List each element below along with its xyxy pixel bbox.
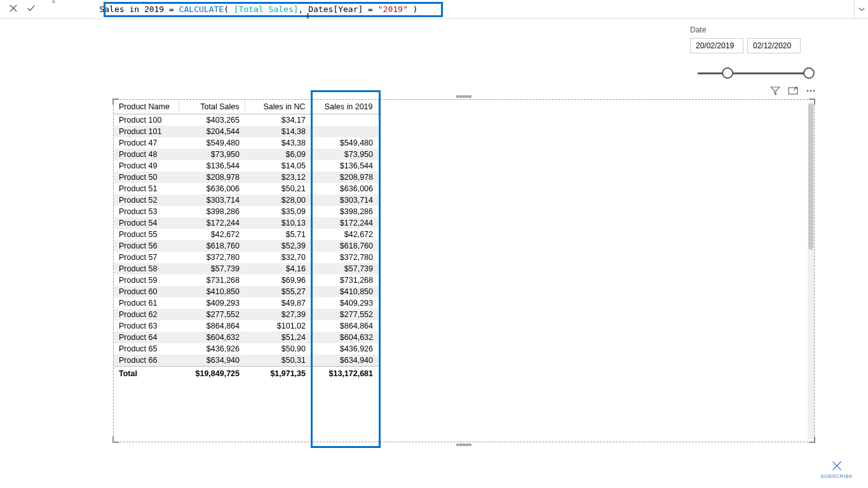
cell-total-sales: $636,006: [179, 183, 245, 194]
cell-sales-nc: $52,39: [245, 240, 311, 252]
cell-sales-nc: $51,24: [245, 332, 311, 343]
table-row[interactable]: Product 50$208,978$23,12$208,978: [114, 172, 378, 183]
svg-point-3: [813, 90, 815, 92]
svg-point-5: [836, 466, 837, 467]
scrollbar-thumb[interactable]: [808, 104, 813, 250]
table-row[interactable]: Product 47$549,480$43,38$549,480: [114, 137, 378, 149]
cell-sales-nc: $50,90: [245, 343, 311, 355]
table-row[interactable]: Product 48$73,950$6,09$73,950: [114, 149, 378, 160]
total-total-sales: $19,849,725: [179, 367, 245, 381]
cell-sales-nc: $49,87: [245, 297, 311, 309]
cell-total-sales: $731,268: [179, 274, 245, 286]
cell-total-sales: $618,760: [179, 240, 245, 252]
chevron-down-icon: [858, 6, 865, 13]
cell-product-name: Product 63: [114, 320, 179, 332]
expand-formula-bar-button[interactable]: [854, 0, 868, 18]
column-header-sales-nc[interactable]: Sales in NC: [245, 100, 311, 114]
table-row[interactable]: Product 57$372,780$32,70$372,780: [114, 252, 378, 263]
slider-thumb-start[interactable]: [722, 67, 733, 79]
resize-handle-top[interactable]: [456, 95, 471, 98]
table-row[interactable]: Product 53$398,286$35,09$398,286: [114, 206, 378, 217]
cell-product-name: Product 61: [114, 297, 179, 309]
table-row[interactable]: Product 49$136,544$14,05$136,544: [114, 160, 378, 172]
cell-product-name: Product 54: [114, 217, 179, 229]
table-row[interactable]: Product 66$634,940$50,31$634,940: [114, 355, 378, 367]
table-row[interactable]: Product 100$403,265$34,17: [114, 114, 378, 126]
table-row[interactable]: Product 101$204,544$14,38: [114, 126, 378, 137]
check-icon: [27, 4, 36, 13]
filter-icon: [770, 86, 780, 96]
cell-product-name: Product 48: [114, 149, 179, 160]
cell-product-name: Product 101: [114, 126, 179, 137]
cell-sales-2019: $864,864: [311, 320, 378, 332]
table-row[interactable]: Product 54$172,244$10,13$172,244: [114, 217, 378, 229]
svg-point-7: [839, 462, 841, 463]
resize-handle-tl[interactable]: [112, 98, 119, 105]
cell-product-name: Product 62: [114, 309, 179, 320]
cell-product-name: Product 64: [114, 332, 179, 343]
cell-sales-2019: $42,672: [311, 229, 378, 240]
cell-sales-nc: $69,96: [245, 274, 311, 286]
subscribe-label: SUBSCRIBE: [820, 473, 853, 479]
cell-sales-2019: $136,544: [311, 160, 378, 172]
date-start-input[interactable]: [690, 38, 743, 53]
cell-total-sales: $42,672: [179, 229, 245, 240]
table-row[interactable]: Product 63$864,864$101,02$864,864: [114, 320, 378, 332]
cell-total-sales: $172,244: [179, 217, 245, 229]
cell-sales-2019: $277,552: [311, 309, 378, 320]
cancel-formula-button[interactable]: [9, 4, 18, 15]
table-visual[interactable]: Product Name Total Sales Sales in NC Sal…: [113, 99, 815, 442]
cell-sales-2019: $604,632: [311, 332, 378, 343]
column-header-sales-2019[interactable]: Sales in 2019: [311, 100, 378, 114]
cell-sales-2019: [311, 126, 378, 137]
svg-point-6: [837, 464, 838, 466]
resize-handle-bl[interactable]: [112, 437, 119, 443]
focus-mode-button[interactable]: [788, 86, 798, 98]
cell-sales-nc: $6,09: [245, 149, 311, 160]
date-end-input[interactable]: [747, 38, 801, 53]
table-scrollbar[interactable]: [808, 102, 814, 439]
table-row[interactable]: Product 59$731,268$69,96$731,268: [114, 274, 378, 286]
date-range-slider[interactable]: [690, 61, 817, 86]
formula-line-number: 1: [51, 0, 56, 4]
filter-icon-button[interactable]: [770, 86, 780, 98]
cell-sales-2019: $73,950: [311, 149, 378, 160]
table-row[interactable]: Product 62$277,552$27,39$277,552: [114, 309, 378, 320]
table-row[interactable]: Product 60$410,850$55,27$410,850: [114, 286, 378, 297]
cell-total-sales: $204,544: [179, 126, 245, 137]
data-table: Product Name Total Sales Sales in NC Sal…: [114, 100, 379, 381]
cell-sales-2019: $372,780: [311, 252, 378, 263]
slider-thumb-end[interactable]: [803, 67, 815, 79]
cell-sales-nc: $43,38: [245, 137, 311, 149]
cell-sales-nc: $50,21: [245, 183, 311, 194]
svg-rect-0: [789, 88, 797, 94]
cell-sales-2019: $409,293: [311, 297, 378, 309]
cell-sales-2019: $634,940: [311, 355, 378, 367]
table-row[interactable]: Product 51$636,006$50,21$636,006: [114, 183, 378, 194]
cell-sales-nc: $4,16: [245, 263, 311, 274]
table-row[interactable]: Product 52$303,714$28,00$303,714: [114, 194, 378, 206]
more-options-button[interactable]: [806, 86, 816, 98]
table-row[interactable]: Product 56$618,760$52,39$618,760: [114, 240, 378, 252]
date-slicer-label: Date: [690, 25, 817, 34]
cell-total-sales: $436,926: [179, 343, 245, 355]
cell-sales-nc: $5,71: [245, 229, 311, 240]
formula-input-area[interactable]: 1 Sales in 2019 = CALCULATE( [Total Sale…: [44, 0, 854, 18]
subscribe-badge[interactable]: SUBSCRIBE: [820, 459, 853, 479]
cell-sales-nc: $23,12: [245, 172, 311, 183]
table-row[interactable]: Product 65$436,926$50,90$436,926: [114, 343, 378, 355]
cell-sales-nc: $27,39: [245, 309, 311, 320]
cell-total-sales: $398,286: [179, 206, 245, 217]
column-header-product-name[interactable]: Product Name: [114, 100, 179, 114]
cell-sales-nc: $32,70: [245, 252, 311, 263]
commit-formula-button[interactable]: [27, 4, 36, 15]
table-row[interactable]: Product 55$42,672$5,71$42,672: [114, 229, 378, 240]
table-row[interactable]: Product 64$604,632$51,24$604,632: [114, 332, 378, 343]
cell-total-sales: $549,480: [179, 137, 245, 149]
cell-product-name: Product 59: [114, 274, 179, 286]
table-row[interactable]: Product 61$409,293$49,87$409,293: [114, 297, 378, 309]
table-row[interactable]: Product 58$57,739$4,16$57,739: [114, 263, 378, 274]
cell-product-name: Product 47: [114, 137, 179, 149]
column-header-total-sales[interactable]: Total Sales: [179, 100, 245, 114]
resize-handle-bottom[interactable]: [456, 444, 471, 446]
